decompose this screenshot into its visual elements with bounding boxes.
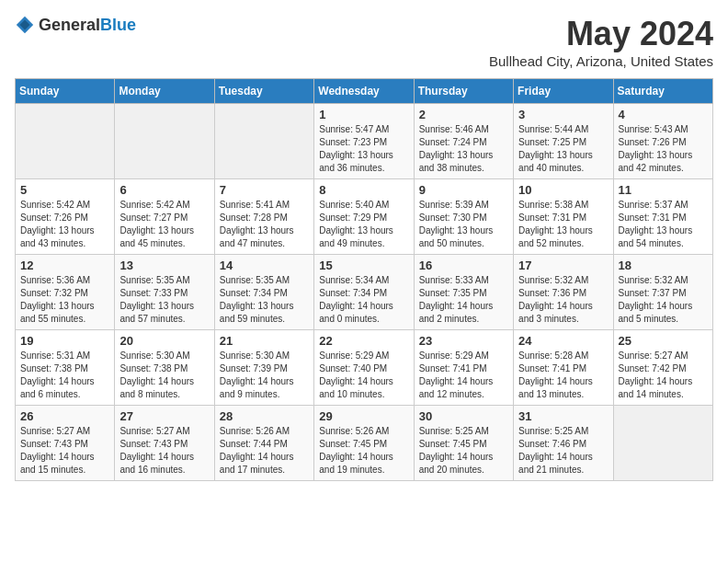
page-header: GeneralBlue May 2024 Bullhead City, Ariz… <box>15 15 713 69</box>
day-info: Sunrise: 5:41 AMSunset: 7:28 PMDaylight:… <box>220 199 309 250</box>
day-number: 12 <box>20 259 109 272</box>
day-number: 3 <box>518 108 608 121</box>
table-row: 25Sunrise: 5:27 AMSunset: 7:42 PMDayligh… <box>613 330 712 406</box>
table-row: 27Sunrise: 5:27 AMSunset: 7:43 PMDayligh… <box>115 406 214 481</box>
col-sunday: Sunday <box>16 79 115 104</box>
table-row <box>613 406 712 481</box>
day-info: Sunrise: 5:35 AMSunset: 7:34 PMDaylight:… <box>220 274 309 326</box>
day-info: Sunrise: 5:44 AMSunset: 7:25 PMDaylight:… <box>518 123 608 175</box>
day-number: 22 <box>319 334 408 348</box>
day-number: 2 <box>419 108 508 121</box>
day-number: 23 <box>419 334 508 348</box>
day-number: 29 <box>319 409 408 423</box>
day-number: 20 <box>119 334 209 348</box>
day-info: Sunrise: 5:35 AMSunset: 7:33 PMDaylight:… <box>119 274 209 326</box>
calendar-week-4: 19Sunrise: 5:31 AMSunset: 7:38 PMDayligh… <box>16 330 713 406</box>
day-number: 25 <box>619 334 708 348</box>
logo-icon <box>15 15 35 35</box>
table-row: 9Sunrise: 5:39 AMSunset: 7:30 PMDaylight… <box>414 179 513 255</box>
calendar-week-3: 12Sunrise: 5:36 AMSunset: 7:32 PMDayligh… <box>16 255 713 330</box>
location-title: Bullhead City, Arizona, United States <box>489 53 713 69</box>
table-row: 11Sunrise: 5:37 AMSunset: 7:31 PMDayligh… <box>613 179 712 255</box>
day-number: 8 <box>319 183 408 197</box>
day-number: 30 <box>419 409 508 423</box>
table-row: 6Sunrise: 5:42 AMSunset: 7:27 PMDaylight… <box>115 179 214 255</box>
day-info: Sunrise: 5:47 AMSunset: 7:23 PMDaylight:… <box>319 123 408 175</box>
col-friday: Friday <box>514 79 613 104</box>
day-number: 4 <box>619 108 708 121</box>
table-row: 1Sunrise: 5:47 AMSunset: 7:23 PMDaylight… <box>314 104 414 179</box>
day-info: Sunrise: 5:42 AMSunset: 7:27 PMDaylight:… <box>119 199 209 250</box>
day-number: 1 <box>319 108 408 121</box>
day-number: 9 <box>419 183 508 197</box>
day-number: 21 <box>220 334 309 348</box>
logo-blue: Blue <box>100 16 136 34</box>
calendar-week-2: 5Sunrise: 5:42 AMSunset: 7:26 PMDaylight… <box>16 179 713 255</box>
day-info: Sunrise: 5:27 AMSunset: 7:43 PMDaylight:… <box>119 425 209 477</box>
day-number: 18 <box>619 259 708 272</box>
day-info: Sunrise: 5:31 AMSunset: 7:38 PMDaylight:… <box>20 350 109 401</box>
table-row: 5Sunrise: 5:42 AMSunset: 7:26 PMDaylight… <box>16 179 115 255</box>
table-row <box>214 104 313 179</box>
table-row: 24Sunrise: 5:28 AMSunset: 7:41 PMDayligh… <box>514 330 613 406</box>
day-info: Sunrise: 5:25 AMSunset: 7:45 PMDaylight:… <box>419 425 508 477</box>
day-number: 13 <box>119 259 209 272</box>
calendar-table: Sunday Monday Tuesday Wednesday Thursday… <box>15 78 713 481</box>
col-wednesday: Wednesday <box>314 79 414 104</box>
day-info: Sunrise: 5:34 AMSunset: 7:34 PMDaylight:… <box>319 274 408 326</box>
table-row: 15Sunrise: 5:34 AMSunset: 7:34 PMDayligh… <box>314 255 414 330</box>
day-info: Sunrise: 5:46 AMSunset: 7:24 PMDaylight:… <box>419 123 508 175</box>
day-number: 5 <box>20 183 109 197</box>
day-number: 14 <box>220 259 309 272</box>
table-row: 2Sunrise: 5:46 AMSunset: 7:24 PMDaylight… <box>414 104 513 179</box>
day-number: 19 <box>20 334 109 348</box>
day-info: Sunrise: 5:33 AMSunset: 7:35 PMDaylight:… <box>419 274 508 326</box>
day-info: Sunrise: 5:30 AMSunset: 7:39 PMDaylight:… <box>220 350 309 401</box>
table-row: 3Sunrise: 5:44 AMSunset: 7:25 PMDaylight… <box>514 104 613 179</box>
table-row: 4Sunrise: 5:43 AMSunset: 7:26 PMDaylight… <box>613 104 712 179</box>
table-row: 28Sunrise: 5:26 AMSunset: 7:44 PMDayligh… <box>214 406 313 481</box>
table-row: 7Sunrise: 5:41 AMSunset: 7:28 PMDaylight… <box>214 179 313 255</box>
table-row: 20Sunrise: 5:30 AMSunset: 7:38 PMDayligh… <box>115 330 214 406</box>
col-thursday: Thursday <box>414 79 513 104</box>
table-row: 16Sunrise: 5:33 AMSunset: 7:35 PMDayligh… <box>414 255 513 330</box>
day-info: Sunrise: 5:29 AMSunset: 7:40 PMDaylight:… <box>319 350 408 401</box>
day-info: Sunrise: 5:42 AMSunset: 7:26 PMDaylight:… <box>20 199 109 250</box>
table-row: 26Sunrise: 5:27 AMSunset: 7:43 PMDayligh… <box>16 406 115 481</box>
day-info: Sunrise: 5:27 AMSunset: 7:43 PMDaylight:… <box>20 425 109 477</box>
day-info: Sunrise: 5:39 AMSunset: 7:30 PMDaylight:… <box>419 199 508 250</box>
table-row <box>115 104 214 179</box>
table-row: 10Sunrise: 5:38 AMSunset: 7:31 PMDayligh… <box>514 179 613 255</box>
table-row: 19Sunrise: 5:31 AMSunset: 7:38 PMDayligh… <box>16 330 115 406</box>
table-row: 31Sunrise: 5:25 AMSunset: 7:46 PMDayligh… <box>514 406 613 481</box>
day-number: 16 <box>419 259 508 272</box>
col-tuesday: Tuesday <box>214 79 313 104</box>
day-number: 24 <box>518 334 608 348</box>
day-info: Sunrise: 5:29 AMSunset: 7:41 PMDaylight:… <box>419 350 508 401</box>
table-row: 21Sunrise: 5:30 AMSunset: 7:39 PMDayligh… <box>214 330 313 406</box>
day-number: 31 <box>518 409 608 423</box>
table-row: 23Sunrise: 5:29 AMSunset: 7:41 PMDayligh… <box>414 330 513 406</box>
title-block: May 2024 Bullhead City, Arizona, United … <box>489 15 713 69</box>
day-number: 7 <box>220 183 309 197</box>
calendar-header-row: Sunday Monday Tuesday Wednesday Thursday… <box>16 79 713 104</box>
day-info: Sunrise: 5:27 AMSunset: 7:42 PMDaylight:… <box>619 350 708 401</box>
day-info: Sunrise: 5:40 AMSunset: 7:29 PMDaylight:… <box>319 199 408 250</box>
table-row: 12Sunrise: 5:36 AMSunset: 7:32 PMDayligh… <box>16 255 115 330</box>
day-number: 28 <box>220 409 309 423</box>
logo-general: General <box>39 16 100 34</box>
day-number: 15 <box>319 259 408 272</box>
day-number: 26 <box>20 409 109 423</box>
day-info: Sunrise: 5:26 AMSunset: 7:45 PMDaylight:… <box>319 425 408 477</box>
day-info: Sunrise: 5:37 AMSunset: 7:31 PMDaylight:… <box>619 199 708 250</box>
day-number: 27 <box>119 409 209 423</box>
day-number: 17 <box>518 259 608 272</box>
table-row: 30Sunrise: 5:25 AMSunset: 7:45 PMDayligh… <box>414 406 513 481</box>
table-row: 29Sunrise: 5:26 AMSunset: 7:45 PMDayligh… <box>314 406 414 481</box>
month-title: May 2024 <box>489 15 713 53</box>
table-row: 8Sunrise: 5:40 AMSunset: 7:29 PMDaylight… <box>314 179 414 255</box>
calendar-week-1: 1Sunrise: 5:47 AMSunset: 7:23 PMDaylight… <box>16 104 713 179</box>
day-info: Sunrise: 5:28 AMSunset: 7:41 PMDaylight:… <box>518 350 608 401</box>
table-row: 18Sunrise: 5:32 AMSunset: 7:37 PMDayligh… <box>613 255 712 330</box>
table-row: 22Sunrise: 5:29 AMSunset: 7:40 PMDayligh… <box>314 330 414 406</box>
